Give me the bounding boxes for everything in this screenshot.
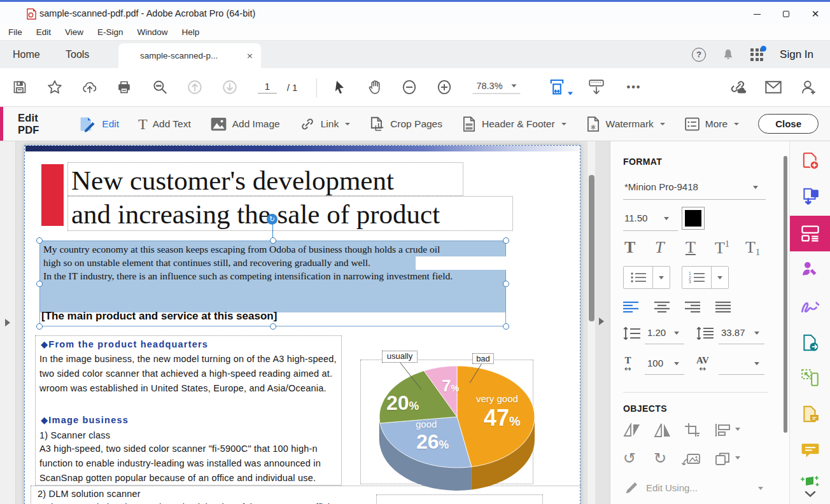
crop-pages-button[interactable]: Crop Pages	[369, 116, 442, 132]
comments-icon[interactable]	[801, 442, 820, 459]
expand-left-panel-arrow-icon[interactable]	[5, 319, 10, 326]
chevron-down-icon[interactable]	[754, 332, 759, 335]
align-right-button[interactable]	[684, 300, 701, 313]
selection-handle-bottom-center[interactable]	[270, 323, 276, 330]
menu-window[interactable]: Window	[130, 27, 175, 37]
review-document-icon[interactable]	[801, 405, 820, 424]
selection-handle-mid-right[interactable]	[503, 281, 509, 287]
organize-pages-icon[interactable]	[801, 368, 820, 388]
search-icon[interactable]	[151, 79, 168, 95]
collapse-right-panel-arrow-icon[interactable]	[599, 318, 604, 325]
help-icon[interactable]: ?	[692, 48, 706, 62]
zoom-in-icon[interactable]	[436, 79, 453, 96]
cloud-upload-icon[interactable]	[81, 80, 98, 95]
align-left-button[interactable]	[623, 300, 640, 313]
rotate-handle-icon[interactable]: ↻	[267, 214, 278, 225]
select-tool-icon[interactable]	[332, 79, 348, 95]
font-color-swatch[interactable]	[682, 207, 705, 230]
scrollbar-thumb[interactable]	[589, 175, 594, 321]
selection-handle-top-left[interactable]	[36, 237, 43, 244]
chevron-down-icon[interactable]	[735, 428, 740, 431]
minimize-button[interactable]	[742, 2, 771, 26]
selection-handle-top-right[interactable]	[503, 237, 509, 244]
email-icon[interactable]	[764, 80, 782, 95]
tab-home[interactable]: Home	[13, 41, 40, 68]
subscript-button[interactable]: T1	[745, 239, 760, 258]
panel-scrollbar-thumb[interactable]	[784, 156, 787, 433]
next-page-icon[interactable]	[222, 79, 238, 95]
star-icon[interactable]	[46, 80, 63, 95]
align-objects-dropdown[interactable]	[715, 423, 731, 438]
left-column-textbox[interactable]: ◆From the product headquarters In the im…	[35, 335, 342, 486]
menu-help[interactable]: Help	[175, 27, 207, 37]
menu-file[interactable]: File	[1, 27, 29, 37]
bold-button[interactable]: T	[624, 239, 635, 256]
add-image-button[interactable]: Add Image	[210, 116, 280, 132]
more-dropdown[interactable]: More	[684, 116, 739, 132]
chevron-down-icon[interactable]	[754, 362, 759, 365]
link-dropdown[interactable]: Link	[299, 116, 350, 132]
zoom-out-icon[interactable]	[401, 79, 418, 96]
close-edit-pdf-button[interactable]: Close	[758, 114, 819, 134]
font-size-dropdown[interactable]: 11.50	[624, 213, 647, 223]
chevron-down-icon[interactable]	[664, 217, 669, 220]
flip-horizontal-button[interactable]	[654, 423, 672, 438]
menu-edit[interactable]: Edit	[29, 27, 58, 37]
selection-handle-bottom-right[interactable]	[503, 323, 509, 330]
selection-handle-top-center[interactable]	[270, 237, 276, 244]
chevron-down-icon[interactable]	[753, 186, 758, 189]
align-center-button[interactable]	[654, 300, 670, 313]
flip-vertical-button[interactable]	[623, 423, 641, 438]
align-justify-button[interactable]	[715, 300, 731, 313]
numbered-list-dropdown[interactable]	[712, 267, 728, 288]
print-icon[interactable]	[116, 80, 132, 95]
crop-object-button[interactable]	[684, 423, 701, 438]
menu-view[interactable]: View	[58, 27, 90, 37]
italic-button[interactable]: T	[655, 239, 664, 256]
close-window-button[interactable]: ✕	[801, 2, 830, 26]
rotate-clockwise-button[interactable]: ↻	[654, 451, 666, 466]
maximize-button[interactable]	[771, 2, 801, 26]
export-pdf-icon[interactable]	[801, 187, 820, 206]
save-icon[interactable]	[12, 80, 27, 95]
superscript-button[interactable]: T1	[715, 239, 729, 256]
paragraph-spacing-value[interactable]: 33.87	[721, 327, 745, 338]
tab-document[interactable]: sample-scanned-p... ×	[118, 43, 261, 68]
fit-width-chevron-icon[interactable]	[568, 92, 573, 95]
read-mode-icon[interactable]	[587, 78, 605, 96]
fit-width-icon[interactable]	[548, 78, 566, 97]
more-tools-ellipsis-icon[interactable]: •••	[627, 81, 642, 93]
edit-using-dropdown[interactable]: Edit Using...	[646, 482, 698, 493]
fill-and-sign-icon[interactable]	[800, 297, 820, 314]
chevron-down-icon[interactable]	[735, 456, 740, 459]
bullet-list-button[interactable]	[624, 267, 653, 288]
chevron-down-icon[interactable]	[674, 362, 679, 365]
menu-esign[interactable]: E-Sign	[90, 27, 130, 37]
edit-button[interactable]: Edit	[78, 115, 119, 133]
font-family-dropdown[interactable]: *Minion Pro-9418	[624, 181, 698, 192]
header-footer-dropdown[interactable]: Header & Footer	[461, 116, 566, 132]
tab-close-icon[interactable]: ×	[246, 51, 253, 60]
apps-grid-icon[interactable]	[750, 48, 764, 62]
selection-handle-mid-left[interactable]	[36, 281, 43, 287]
selected-text-box[interactable]: My country economy at this season keeps …	[39, 241, 506, 326]
edit-pdf-tool-active[interactable]	[790, 216, 830, 251]
watermark-dropdown[interactable]: Watermark	[586, 116, 665, 132]
replace-image-button[interactable]	[682, 452, 701, 467]
vertical-scrollbar[interactable]	[587, 141, 595, 504]
rotate-counterclockwise-button[interactable]: ↺	[623, 451, 636, 466]
selection-handle-bottom-left[interactable]	[36, 323, 43, 330]
add-text-button[interactable]: T Add Text	[138, 116, 191, 132]
chevron-down-icon[interactable]	[758, 487, 763, 490]
share-link-icon[interactable]	[729, 79, 747, 96]
share-for-review-icon[interactable]	[801, 333, 820, 353]
horizontal-scale-value[interactable]: 100	[647, 358, 663, 368]
previous-page-icon[interactable]	[186, 79, 203, 95]
zoom-level-dropdown[interactable]: 78.3%	[472, 81, 520, 94]
bullet-list-dropdown[interactable]	[653, 267, 670, 288]
create-pdf-icon[interactable]	[801, 151, 820, 171]
chevron-down-icon[interactable]	[674, 332, 679, 335]
request-signatures-icon[interactable]	[801, 260, 820, 279]
notifications-bell-icon[interactable]	[721, 48, 735, 62]
numbered-list-button[interactable]: 123	[682, 267, 712, 288]
